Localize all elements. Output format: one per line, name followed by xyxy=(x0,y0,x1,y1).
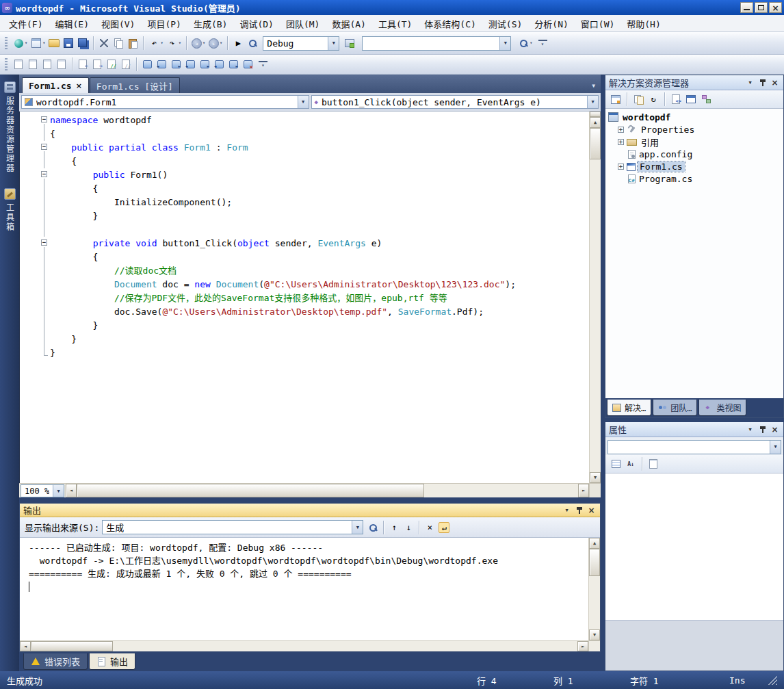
maximize-button[interactable] xyxy=(755,2,768,13)
collapse-icon[interactable] xyxy=(41,239,47,246)
code-text[interactable]: namespace wordtopdf{ public partial clas… xyxy=(20,112,589,483)
titlebar[interactable]: wordtopdf - Microsoft Visual Studio(管理员) xyxy=(0,0,784,15)
sidebar-tab-lttb[interactable]: 工具箱 xyxy=(4,188,16,232)
outline-margin[interactable] xyxy=(39,346,50,360)
menu-item[interactable]: 窗口(W) xyxy=(575,15,620,32)
code-editor[interactable]: namespace wordtopdf{ public partial clas… xyxy=(19,112,601,483)
outline-margin[interactable] xyxy=(39,182,50,196)
tab-output[interactable]: 输出 xyxy=(89,653,135,670)
solution-tree[interactable]: wordtopdf+Properties+引用app.config+Form1.… xyxy=(605,109,783,398)
scroll-right-icon[interactable] xyxy=(578,484,589,497)
scroll-down-icon[interactable] xyxy=(589,629,600,640)
solution-explorer-header[interactable]: 解决方案资源管理器 xyxy=(605,75,783,90)
outline-margin[interactable] xyxy=(39,114,50,127)
resize-grip[interactable] xyxy=(768,675,777,685)
sidebar-tab-ltsrv[interactable]: 服务器资源管理器 xyxy=(4,81,16,173)
editor-horizontal-scrollbar[interactable] xyxy=(66,484,589,497)
properties-header[interactable]: 属性 xyxy=(605,422,783,437)
collapse-icon[interactable] xyxy=(41,116,47,122)
solution-configurations-combo[interactable]: Debug xyxy=(263,36,339,51)
scroll-up-icon[interactable] xyxy=(589,538,600,549)
scrollbar-thumb[interactable] xyxy=(590,128,601,159)
scrollbar-thumb[interactable] xyxy=(77,484,424,497)
output-horizontal-scrollbar[interactable] xyxy=(20,640,600,651)
decrease-indent-icon[interactable] xyxy=(76,57,90,71)
window-position-icon[interactable] xyxy=(745,78,755,88)
toggle-bookmark-icon[interactable] xyxy=(140,57,154,71)
clear-bookmarks-icon[interactable] xyxy=(241,57,254,71)
pin-icon[interactable] xyxy=(574,506,584,515)
editor-split-handle[interactable] xyxy=(590,112,601,117)
outline-margin[interactable] xyxy=(39,250,50,264)
outline-margin[interactable] xyxy=(39,141,50,155)
next-bookmark-folder-icon[interactable] xyxy=(198,57,211,71)
display-member-list-icon[interactable] xyxy=(12,57,25,71)
outline-margin[interactable] xyxy=(39,333,50,346)
previous-message-icon[interactable]: ↑ xyxy=(387,521,401,534)
tree-item-program-cs[interactable]: Program.cs xyxy=(605,172,783,185)
start-debugging-icon[interactable]: ▶ xyxy=(231,36,245,50)
window-position-icon[interactable] xyxy=(745,425,755,434)
close-icon[interactable] xyxy=(586,506,597,515)
menu-item[interactable]: 生成(B) xyxy=(187,15,233,32)
scroll-left-icon[interactable] xyxy=(66,484,77,497)
tab-form1-cs[interactable]: Form1.cs xyxy=(22,77,89,93)
tree-item-properties[interactable]: +Properties xyxy=(605,123,783,135)
outline-margin[interactable] xyxy=(39,319,50,333)
new-project-icon[interactable]: ▾ xyxy=(29,36,47,50)
navigate-backward-icon[interactable]: ▾ xyxy=(12,36,29,50)
open-file-icon[interactable] xyxy=(47,36,61,50)
next-bookmark-doc-icon[interactable] xyxy=(226,57,240,71)
outline-margin[interactable] xyxy=(39,209,50,223)
view-designer-icon[interactable] xyxy=(684,92,698,106)
find-combo[interactable] xyxy=(362,36,511,51)
outline-margin[interactable] xyxy=(39,155,50,168)
output-text[interactable]: ------ 已启动生成: 项目: wordtopdf, 配置: Debug x… xyxy=(20,538,588,640)
scroll-left-icon[interactable] xyxy=(20,641,31,651)
find-message-icon[interactable] xyxy=(366,521,380,534)
outline-margin[interactable] xyxy=(39,305,50,319)
outline-margin[interactable] xyxy=(39,127,50,141)
show-all-files-icon[interactable] xyxy=(631,92,645,106)
comment-icon[interactable] xyxy=(105,57,118,71)
menu-item[interactable]: 分析(N) xyxy=(528,15,574,32)
output-source-combo[interactable]: 生成 xyxy=(102,520,363,534)
undo-icon[interactable]: ↶▾ xyxy=(147,36,164,50)
close-icon[interactable] xyxy=(770,425,780,434)
scrollbar-thumb[interactable] xyxy=(31,641,113,651)
categorized-icon[interactable] xyxy=(609,457,623,471)
tree-item-form1-cs[interactable]: +Form1.cs xyxy=(605,160,783,172)
scrollbar-track[interactable] xyxy=(424,484,578,497)
next-message-icon[interactable]: ↓ xyxy=(402,521,415,534)
find-symbol-icon[interactable]: ▾ xyxy=(517,36,534,50)
clear-all-icon[interactable]: × xyxy=(423,521,436,534)
tab-list-chevron-icon[interactable] xyxy=(592,83,595,89)
tree-item-app-config[interactable]: app.config xyxy=(605,148,783,160)
types-combo[interactable]: wordtopdf.Form1 xyxy=(21,95,309,109)
expander-icon[interactable]: + xyxy=(618,139,624,145)
menu-item[interactable]: 编辑(E) xyxy=(49,15,94,32)
toolbar-grip[interactable] xyxy=(5,58,8,70)
pin-icon[interactable] xyxy=(757,425,768,434)
tree-item--[interactable]: +引用 xyxy=(605,135,783,148)
zoom-combo[interactable]: 100 % xyxy=(21,484,64,497)
output-vertical-scrollbar[interactable] xyxy=(588,538,600,640)
previous-bookmark-icon[interactable] xyxy=(155,57,168,71)
toolbar-grip[interactable] xyxy=(5,37,8,49)
properties-grid[interactable] xyxy=(605,473,783,620)
redo-icon[interactable]: ↷▾ xyxy=(166,36,183,50)
menu-item[interactable]: 工具(T) xyxy=(372,15,418,32)
chevron-down-icon[interactable] xyxy=(328,37,339,50)
outline-margin[interactable] xyxy=(39,264,50,278)
close-tab-icon[interactable] xyxy=(76,82,82,90)
editor-vertical-scrollbar[interactable] xyxy=(589,112,601,483)
tab-form1-cs-design[interactable]: Form1.cs [设计] xyxy=(90,77,180,93)
menu-item[interactable]: 文件(F) xyxy=(3,15,49,32)
scrollbar-thumb[interactable] xyxy=(589,549,600,576)
quick-info-icon[interactable] xyxy=(40,57,54,71)
view-class-diagram-icon[interactable] xyxy=(699,92,713,106)
pin-icon[interactable] xyxy=(757,78,768,88)
navigate-forward-icon[interactable]: ►▾ xyxy=(207,37,224,50)
outline-margin[interactable] xyxy=(39,168,50,182)
members-combo[interactable]: button1_Click(object sender, EventArgs e… xyxy=(311,95,599,109)
